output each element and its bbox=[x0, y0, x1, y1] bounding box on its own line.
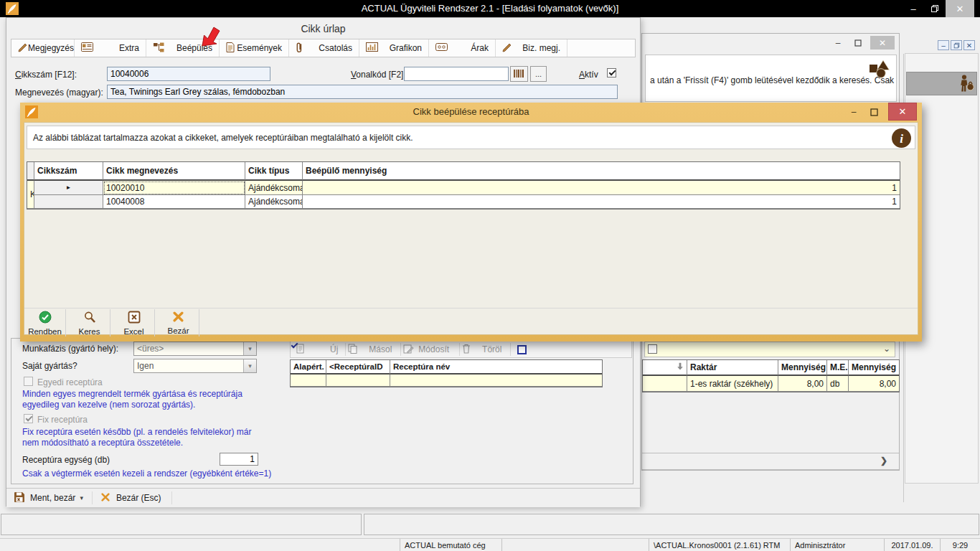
rendben-button[interactable]: Rendben bbox=[24, 309, 66, 336]
table-cell-megnevezes[interactable]: Ajándékcsomag, egyedi (személyes) bbox=[245, 195, 303, 209]
egyseg-input[interactable] bbox=[220, 453, 258, 466]
stock-header-mennyiseg1[interactable]: Mennyiség bbox=[778, 360, 827, 376]
footer-divider bbox=[24, 308, 918, 309]
dialog-maximize-icon[interactable] bbox=[867, 105, 881, 118]
receptura-header-nev: Receptúra név bbox=[390, 360, 602, 375]
munkafazis-dropdown[interactable]: <üres> ▾ bbox=[133, 342, 257, 356]
table-cell-mennyiseg[interactable]: 1 bbox=[303, 181, 900, 195]
toolbar-extra-button[interactable]: Extra bbox=[75, 39, 146, 57]
ment-dropdown-icon[interactable]: ▾ bbox=[80, 494, 83, 501]
main-window-title: ACTUAL Ügyviteli Rendszer 2.1 - [Eladási… bbox=[0, 0, 980, 17]
main-titlebar: ACTUAL Ügyviteli Rendszer 2.1 - [Eladási… bbox=[0, 0, 980, 17]
mdi-minimize-icon[interactable]: – bbox=[938, 40, 949, 50]
dropdown-arrow-icon: ▾ bbox=[243, 342, 256, 355]
vonalkod-label: Vonalkód [F2] bbox=[351, 70, 403, 80]
expand-right-icon[interactable]: ❯ bbox=[880, 456, 887, 466]
egyedi-receptura-checkbox[interactable] bbox=[24, 377, 33, 386]
egyedi-note: Minden egyes megrendelt termék gyártása … bbox=[22, 389, 263, 410]
sajat-gyartas-dropdown[interactable]: Igen ▾ bbox=[133, 359, 257, 373]
table-header-megnevezes: Cikk megnevezés bbox=[103, 162, 245, 181]
fix-note: Fix receptúra esetén később (pl. a rende… bbox=[22, 427, 270, 448]
dialog-titlebar: Cikk beépülése receptúrába – ✕ bbox=[20, 103, 922, 122]
stock-cell-raktar[interactable]: 1-es raktár (székhely) bbox=[687, 376, 778, 392]
stock-cell-mennyiseg1[interactable]: 8,00 bbox=[778, 376, 827, 392]
red-arrow-annotation bbox=[201, 26, 221, 50]
receptura-filter-checkbox[interactable] bbox=[517, 345, 527, 354]
table-header-tipus: Cikk típus bbox=[245, 162, 303, 181]
masol-button[interactable]: Másol bbox=[369, 344, 392, 354]
fix-receptura-checkbox[interactable] bbox=[24, 414, 33, 423]
vonalkod-input[interactable] bbox=[404, 67, 509, 81]
hint-text: a után a 'Frissít (F4)' gomb leütésével … bbox=[650, 75, 897, 85]
torol-button[interactable]: Töröl bbox=[482, 344, 501, 354]
receptura-empty-cell[interactable] bbox=[326, 375, 390, 387]
receptura-empty-cell[interactable] bbox=[291, 375, 326, 387]
status-bar: ACTUAL bemutató cég \ACTUAL.Kronos0001 (… bbox=[0, 538, 980, 551]
modosit-button[interactable]: Módosít bbox=[418, 344, 449, 354]
mdi-close-icon[interactable]: ✕ bbox=[963, 40, 975, 50]
egyedi-receptura-label: Egyedi receptúra bbox=[37, 377, 103, 387]
dialog-close-icon[interactable]: ✕ bbox=[888, 103, 917, 121]
stock-header-mennyiseg2[interactable]: Mennyiség bbox=[849, 360, 899, 376]
dialog-minimize-icon[interactable]: – bbox=[847, 105, 861, 118]
barcode-icon bbox=[513, 69, 525, 80]
ment-bezar-button[interactable]: Ment, bezár bbox=[30, 493, 75, 503]
toolbar-esemenyek-button[interactable]: Események bbox=[220, 39, 289, 57]
barcode-button[interactable] bbox=[510, 66, 528, 82]
megnevezes-input[interactable] bbox=[107, 85, 618, 99]
panel-close-icon[interactable]: ✕ bbox=[870, 36, 895, 50]
dialog-body: Az alábbi táblázat tartalmazza azokat a … bbox=[24, 122, 918, 335]
side-list-selected-row[interactable] bbox=[906, 72, 977, 95]
restore-icon[interactable] bbox=[927, 0, 943, 17]
table-cell-megnevezes[interactable]: Ajándékcsomag, egyedi (irodai) bbox=[245, 181, 303, 195]
munkafazis-label: Munkafázis (gyártó hely): bbox=[22, 344, 118, 354]
bezar-esc-button[interactable]: Bezár (Esc) bbox=[116, 493, 161, 503]
panel-minimize-icon[interactable]: – bbox=[831, 37, 844, 49]
receptura-table: Alapért. <ReceptúraID Receptúra név bbox=[290, 359, 603, 387]
bezar-button[interactable]: Bezár bbox=[158, 309, 199, 336]
stock-cell-me[interactable]: db bbox=[827, 376, 849, 392]
dialog-info-text: Az alábbi táblázat tartalmazza azokat a … bbox=[27, 133, 413, 143]
receptura-empty-cell[interactable] bbox=[390, 375, 602, 387]
mdi-restore-icon[interactable] bbox=[951, 40, 962, 50]
stock-cell-mennyiseg2[interactable]: 8,00 bbox=[849, 376, 899, 392]
copy-icon bbox=[348, 344, 357, 356]
aktiv-checkbox[interactable] bbox=[607, 68, 616, 77]
cikkszam-label: Cikkszám [F12]: bbox=[15, 70, 77, 80]
cikkszam-input[interactable] bbox=[107, 67, 270, 81]
minimize-icon[interactable]: – bbox=[905, 0, 921, 17]
lookup-ellipsis-button[interactable]: ... bbox=[530, 66, 547, 82]
stock-header-me[interactable]: M.E. bbox=[827, 360, 849, 376]
stock-header-raktar[interactable]: Raktár bbox=[687, 360, 778, 376]
stock-row-marker[interactable] bbox=[643, 376, 687, 392]
close-x-icon bbox=[100, 492, 110, 504]
stock-filter-checkbox[interactable] bbox=[648, 344, 657, 354]
toolbar-bizmegj-button[interactable]: Biz. megj. bbox=[496, 39, 567, 57]
uj-button[interactable]: Új bbox=[330, 344, 338, 354]
toolbar-csatolas-button[interactable]: Csatolás bbox=[289, 39, 359, 57]
table-cell-mennyiseg[interactable]: 1 bbox=[303, 195, 900, 209]
paperclip-icon bbox=[296, 42, 303, 55]
row-marker-cell bbox=[34, 195, 103, 209]
toolbar-arak-button[interactable]: Árak bbox=[429, 39, 496, 57]
table-cell-tipus-merged[interactable]: Késztermék bbox=[27, 181, 34, 209]
egyseg-note: Csak a végtermék esetén kezeli a rendsze… bbox=[22, 468, 281, 479]
status-empty bbox=[0, 539, 400, 551]
magnifier-icon bbox=[83, 311, 96, 326]
new-doc-icon bbox=[296, 344, 304, 356]
chevron-down-icon[interactable]: ⌄ bbox=[883, 344, 890, 354]
stock-filter-row[interactable]: ⌄ bbox=[644, 342, 895, 357]
table-cell-cikkszam[interactable]: 10040008 bbox=[103, 195, 245, 209]
toolbar-megjegyzes-button[interactable]: Megjegyzés bbox=[11, 39, 75, 57]
info-icon: i bbox=[891, 128, 912, 151]
close-icon[interactable]: ✕ bbox=[946, 0, 974, 17]
svg-text:i: i bbox=[900, 132, 903, 146]
table-cell-cikkszam[interactable]: 10020010 bbox=[103, 181, 245, 195]
panel-maximize-icon[interactable] bbox=[852, 37, 864, 49]
excel-box-icon bbox=[128, 311, 141, 326]
stock-header-sort[interactable] bbox=[643, 360, 687, 376]
table-header-cikkszam: Cikkszám bbox=[34, 162, 103, 181]
toolbar-grafikon-button[interactable]: Grafikon bbox=[359, 39, 429, 57]
excel-button[interactable]: Excel bbox=[113, 309, 155, 336]
keres-button[interactable]: Keres bbox=[69, 309, 110, 336]
